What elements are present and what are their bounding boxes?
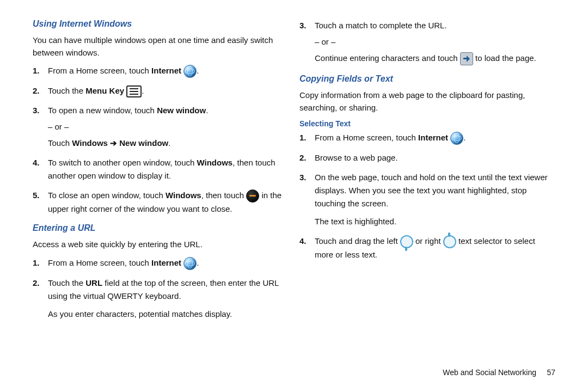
internet-globe-icon — [183, 65, 197, 78]
body-text: Continue entering characters and touch — [315, 53, 460, 63]
bold-text: Internet — [151, 258, 181, 267]
internet-globe-icon — [183, 257, 197, 270]
page-number: 57 — [547, 368, 555, 377]
step-number: 4. — [299, 235, 307, 248]
text-selector-left-icon — [400, 235, 413, 248]
step-number: 3. — [299, 19, 307, 32]
body-text: Touch a match to complete the URL. — [315, 21, 447, 30]
page-footer: Web and Social Networking 57 — [443, 368, 555, 377]
bold-text: New window — [157, 106, 206, 115]
body-text: . — [197, 258, 199, 267]
bold-text: Windows — [197, 158, 233, 167]
step-2: 2. Touch the URL field at the top of the… — [48, 277, 289, 321]
bold-text: Menu Key — [85, 86, 124, 95]
body-text: . — [142, 86, 144, 95]
text-selector-right-icon — [443, 235, 456, 248]
internet-globe-icon — [450, 132, 463, 145]
bold-text: Internet — [151, 66, 181, 75]
heading-using-internet-windows: Using Internet Windows — [33, 19, 289, 29]
step-1: 1. From a Home screen, touch Internet . — [48, 64, 289, 78]
extra-text: The text is highlighted. — [315, 216, 555, 228]
heading-copying-fields: Copying Fields or Text — [299, 74, 555, 84]
body-text: . — [206, 106, 208, 115]
step-number: 1. — [33, 256, 40, 270]
body-text: , then touch — [201, 191, 247, 200]
bold-text: Windows — [72, 138, 108, 148]
body-text: . — [463, 133, 465, 142]
step-3: 3. On the web page, touch and hold on th… — [315, 171, 555, 228]
steps-entering-url: 1. From a Home screen, touch Internet . … — [33, 256, 289, 321]
step-number: 3. — [33, 104, 40, 117]
step-number: 1. — [299, 131, 307, 144]
bold-text: Internet — [418, 133, 448, 142]
arrow-icon: ➔ — [108, 138, 119, 148]
or-divider: – or – — [48, 120, 289, 133]
intro-text: Access a web site quickly by entering th… — [33, 238, 289, 251]
extra-text: As you enter characters, potential match… — [48, 308, 289, 321]
chapter-name: Web and Social Networking — [443, 368, 536, 377]
heading-entering-url: Entering a URL — [33, 223, 289, 233]
body-text: From a Home screen, touch — [315, 133, 418, 142]
step-3: 3. Touch a match to complete the URL. – … — [315, 19, 555, 65]
step-2: 2. Browse to a web page. — [315, 151, 555, 164]
menu-key-icon — [126, 85, 142, 97]
step-number: 2. — [299, 151, 307, 164]
step-4: 4. To switch to another open window, tou… — [48, 156, 289, 182]
body-text: or right — [415, 236, 443, 246]
body-text: . — [168, 138, 170, 148]
steps-continued: 3. Touch a match to complete the URL. – … — [299, 19, 555, 65]
bold-text: URL — [85, 278, 102, 287]
step-5: 5. To close an open window, touch Window… — [48, 189, 289, 216]
step-number: 2. — [33, 277, 40, 290]
body-text: From a Home screen, touch — [48, 66, 151, 75]
close-window-icon — [246, 189, 259, 203]
body-text: Touch and drag the left — [315, 236, 400, 246]
go-arrow-icon — [460, 52, 473, 65]
left-column: Using Internet Windows You can have mult… — [27, 19, 294, 381]
body-text: To switch to another open window, touch — [48, 158, 197, 167]
step-3: 3. To open a new window, touch New windo… — [48, 104, 289, 150]
or-divider: – or – — [315, 35, 555, 48]
body-text: On the web page, touch and hold on the t… — [315, 173, 548, 208]
intro-text: Copy information from a web page to the … — [299, 89, 555, 114]
body-text: . — [197, 66, 199, 75]
body-text: From a Home screen, touch — [48, 258, 151, 267]
step-4: 4. Touch and drag the left or right text… — [315, 235, 555, 261]
step-number: 4. — [33, 156, 40, 169]
step-2: 2. Touch the Menu Key . — [48, 84, 289, 97]
intro-text: You can have multiple windows open at on… — [33, 34, 289, 59]
body-text: Touch the — [48, 86, 85, 95]
right-column: 3. Touch a match to complete the URL. – … — [294, 19, 561, 381]
bold-text: Windows — [166, 191, 201, 200]
body-text: to load the page. — [475, 53, 536, 63]
bold-text: New window — [119, 138, 168, 148]
body-text: To close an open window, touch — [48, 191, 166, 200]
steps-selecting-text: 1. From a Home screen, touch Internet . … — [299, 131, 555, 261]
step-number: 3. — [299, 171, 307, 184]
manual-page: Using Internet Windows You can have mult… — [0, 0, 588, 392]
step-1: 1. From a Home screen, touch Internet . — [315, 131, 555, 145]
body-text: Touch the — [48, 278, 85, 287]
step-number: 5. — [33, 189, 40, 202]
body-text: Browse to a web page. — [315, 153, 398, 162]
step-number: 1. — [33, 64, 40, 77]
steps-using-windows: 1. From a Home screen, touch Internet . … — [33, 64, 289, 216]
heading-selecting-text: Selecting Text — [299, 119, 555, 128]
step-number: 2. — [33, 84, 40, 97]
body-text: To open a new window, touch — [48, 106, 157, 115]
body-text: Touch — [48, 138, 72, 148]
step-1: 1. From a Home screen, touch Internet . — [48, 256, 289, 270]
